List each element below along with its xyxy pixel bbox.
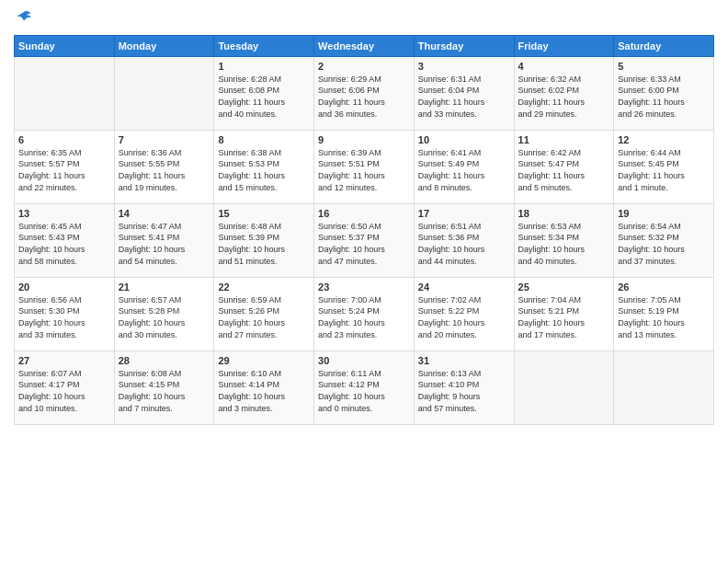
- day-number: 5: [618, 61, 710, 72]
- calendar-cell: 22Sunrise: 6:59 AM Sunset: 5:26 PM Dayli…: [214, 277, 314, 350]
- day-detail: Sunrise: 6:45 AM Sunset: 5:43 PM Dayligh…: [18, 221, 110, 267]
- calendar-cell: 21Sunrise: 6:57 AM Sunset: 5:28 PM Dayli…: [114, 277, 214, 350]
- day-detail: Sunrise: 6:56 AM Sunset: 5:30 PM Dayligh…: [18, 294, 110, 340]
- day-detail: Sunrise: 6:39 AM Sunset: 5:51 PM Dayligh…: [318, 147, 410, 193]
- day-detail: Sunrise: 6:29 AM Sunset: 6:06 PM Dayligh…: [318, 74, 410, 120]
- calendar-cell: 1Sunrise: 6:28 AM Sunset: 6:08 PM Daylig…: [214, 56, 314, 130]
- calendar-cell: 29Sunrise: 6:10 AM Sunset: 4:14 PM Dayli…: [214, 350, 314, 424]
- calendar-cell: 5Sunrise: 6:33 AM Sunset: 6:00 PM Daylig…: [614, 56, 714, 130]
- day-number: 21: [119, 282, 210, 293]
- day-detail: Sunrise: 6:10 AM Sunset: 4:14 PM Dayligh…: [218, 368, 310, 414]
- calendar-cell: 20Sunrise: 6:56 AM Sunset: 5:30 PM Dayli…: [15, 277, 115, 350]
- calendar-cell: 6Sunrise: 6:35 AM Sunset: 5:57 PM Daylig…: [15, 130, 115, 203]
- calendar-cell: 7Sunrise: 6:36 AM Sunset: 5:55 PM Daylig…: [114, 130, 214, 203]
- calendar-cell: 15Sunrise: 6:48 AM Sunset: 5:39 PM Dayli…: [214, 203, 314, 277]
- col-header-monday: Monday: [114, 35, 214, 56]
- calendar-cell: 18Sunrise: 6:53 AM Sunset: 5:34 PM Dayli…: [514, 203, 614, 277]
- day-detail: Sunrise: 6:50 AM Sunset: 5:37 PM Dayligh…: [318, 221, 410, 267]
- day-number: 29: [218, 355, 310, 366]
- day-detail: Sunrise: 6:44 AM Sunset: 5:45 PM Dayligh…: [618, 147, 710, 193]
- day-detail: Sunrise: 6:41 AM Sunset: 5:49 PM Dayligh…: [418, 147, 510, 193]
- day-number: 13: [18, 208, 110, 219]
- day-number: 15: [218, 208, 310, 219]
- col-header-sunday: Sunday: [15, 35, 115, 56]
- day-number: 9: [318, 134, 410, 145]
- calendar-table: SundayMondayTuesdayWednesdayThursdayFrid…: [14, 35, 714, 425]
- calendar-cell: 16Sunrise: 6:50 AM Sunset: 5:37 PM Dayli…: [314, 203, 415, 277]
- day-number: 18: [518, 208, 610, 219]
- calendar-cell: 4Sunrise: 6:32 AM Sunset: 6:02 PM Daylig…: [514, 56, 614, 130]
- day-number: 24: [418, 282, 510, 293]
- day-number: 19: [618, 208, 710, 219]
- day-number: 7: [119, 134, 210, 145]
- logo: [14, 9, 31, 28]
- col-header-saturday: Saturday: [614, 35, 714, 56]
- day-detail: Sunrise: 6:42 AM Sunset: 5:47 PM Dayligh…: [518, 147, 610, 193]
- day-detail: Sunrise: 6:57 AM Sunset: 5:28 PM Dayligh…: [119, 294, 210, 340]
- day-detail: Sunrise: 6:53 AM Sunset: 5:34 PM Dayligh…: [518, 221, 610, 267]
- calendar-cell: 25Sunrise: 7:04 AM Sunset: 5:21 PM Dayli…: [514, 277, 614, 350]
- col-header-friday: Friday: [514, 35, 614, 56]
- col-header-thursday: Thursday: [414, 35, 514, 56]
- col-header-wednesday: Wednesday: [314, 35, 415, 56]
- calendar-cell: [114, 56, 214, 130]
- day-detail: Sunrise: 6:59 AM Sunset: 5:26 PM Dayligh…: [218, 294, 310, 340]
- day-detail: Sunrise: 6:36 AM Sunset: 5:55 PM Dayligh…: [119, 147, 210, 193]
- day-number: 25: [518, 282, 610, 293]
- calendar-cell: [514, 350, 614, 424]
- col-header-tuesday: Tuesday: [214, 35, 314, 56]
- calendar-cell: 31Sunrise: 6:13 AM Sunset: 4:10 PM Dayli…: [414, 350, 514, 424]
- calendar-cell: 26Sunrise: 7:05 AM Sunset: 5:19 PM Dayli…: [614, 277, 714, 350]
- day-detail: Sunrise: 6:48 AM Sunset: 5:39 PM Dayligh…: [218, 221, 310, 267]
- day-detail: Sunrise: 6:51 AM Sunset: 5:36 PM Dayligh…: [418, 221, 510, 267]
- calendar-cell: 28Sunrise: 6:08 AM Sunset: 4:15 PM Dayli…: [114, 350, 214, 424]
- calendar-cell: 8Sunrise: 6:38 AM Sunset: 5:53 PM Daylig…: [214, 130, 314, 203]
- calendar-cell: 3Sunrise: 6:31 AM Sunset: 6:04 PM Daylig…: [414, 56, 514, 130]
- day-detail: Sunrise: 6:11 AM Sunset: 4:12 PM Dayligh…: [318, 368, 410, 414]
- day-detail: Sunrise: 6:47 AM Sunset: 5:41 PM Dayligh…: [119, 221, 210, 267]
- day-number: 1: [218, 61, 310, 72]
- day-detail: Sunrise: 6:07 AM Sunset: 4:17 PM Dayligh…: [18, 368, 110, 414]
- day-number: 26: [618, 282, 710, 293]
- calendar-cell: [614, 350, 714, 424]
- calendar-cell: 11Sunrise: 6:42 AM Sunset: 5:47 PM Dayli…: [514, 130, 614, 203]
- calendar-cell: 19Sunrise: 6:54 AM Sunset: 5:32 PM Dayli…: [614, 203, 714, 277]
- day-number: 12: [618, 134, 710, 145]
- calendar-cell: 30Sunrise: 6:11 AM Sunset: 4:12 PM Dayli…: [314, 350, 415, 424]
- day-number: 23: [318, 282, 410, 293]
- calendar-cell: 10Sunrise: 6:41 AM Sunset: 5:49 PM Dayli…: [414, 130, 514, 203]
- calendar-cell: 23Sunrise: 7:00 AM Sunset: 5:24 PM Dayli…: [314, 277, 415, 350]
- calendar-cell: 14Sunrise: 6:47 AM Sunset: 5:41 PM Dayli…: [114, 203, 214, 277]
- calendar-cell: 2Sunrise: 6:29 AM Sunset: 6:06 PM Daylig…: [314, 56, 415, 130]
- calendar-cell: 17Sunrise: 6:51 AM Sunset: 5:36 PM Dayli…: [414, 203, 514, 277]
- day-detail: Sunrise: 6:08 AM Sunset: 4:15 PM Dayligh…: [119, 368, 210, 414]
- calendar-cell: 27Sunrise: 6:07 AM Sunset: 4:17 PM Dayli…: [15, 350, 115, 424]
- day-number: 6: [18, 134, 110, 145]
- calendar-cell: [15, 56, 115, 130]
- day-detail: Sunrise: 6:35 AM Sunset: 5:57 PM Dayligh…: [18, 147, 110, 193]
- day-number: 17: [418, 208, 510, 219]
- calendar-cell: 9Sunrise: 6:39 AM Sunset: 5:51 PM Daylig…: [314, 130, 415, 203]
- day-detail: Sunrise: 7:02 AM Sunset: 5:22 PM Dayligh…: [418, 294, 510, 340]
- day-detail: Sunrise: 7:05 AM Sunset: 5:19 PM Dayligh…: [618, 294, 710, 340]
- logo-bird-icon: [15, 10, 33, 27]
- day-detail: Sunrise: 6:38 AM Sunset: 5:53 PM Dayligh…: [218, 147, 310, 193]
- day-number: 31: [418, 355, 510, 366]
- day-number: 16: [318, 208, 410, 219]
- day-number: 2: [318, 61, 410, 72]
- day-number: 30: [318, 355, 410, 366]
- day-number: 3: [418, 61, 510, 72]
- calendar-cell: 12Sunrise: 6:44 AM Sunset: 5:45 PM Dayli…: [614, 130, 714, 203]
- day-number: 28: [119, 355, 210, 366]
- day-detail: Sunrise: 6:13 AM Sunset: 4:10 PM Dayligh…: [418, 368, 510, 414]
- day-detail: Sunrise: 6:33 AM Sunset: 6:00 PM Dayligh…: [618, 74, 710, 120]
- day-number: 27: [18, 355, 110, 366]
- day-number: 14: [119, 208, 210, 219]
- day-number: 20: [18, 282, 110, 293]
- day-number: 10: [418, 134, 510, 145]
- calendar-cell: 13Sunrise: 6:45 AM Sunset: 5:43 PM Dayli…: [15, 203, 115, 277]
- day-detail: Sunrise: 7:00 AM Sunset: 5:24 PM Dayligh…: [318, 294, 410, 340]
- day-number: 4: [518, 61, 610, 72]
- day-number: 22: [218, 282, 310, 293]
- day-detail: Sunrise: 6:28 AM Sunset: 6:08 PM Dayligh…: [218, 74, 310, 120]
